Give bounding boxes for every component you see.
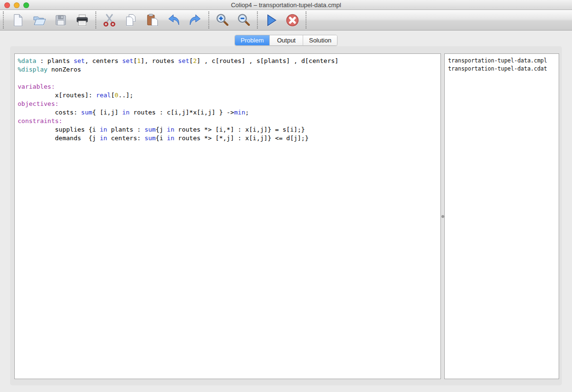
file-list: transportation-tupel-data.cmpltransporta… — [444, 53, 559, 379]
copy-icon — [123, 13, 138, 28]
close-window-button[interactable] — [4, 2, 10, 8]
undo-button[interactable] — [163, 10, 184, 30]
zoom-window-button[interactable] — [23, 2, 29, 8]
redo-button[interactable] — [184, 10, 206, 30]
zoom-out-button[interactable] — [233, 10, 255, 30]
tabs-row: ProblemOutputSolution — [0, 31, 572, 45]
run-button[interactable] — [260, 10, 282, 30]
paste-icon — [145, 13, 160, 28]
file-list-item[interactable]: transportation-tupel-data.cmpl — [448, 57, 555, 65]
code-line: variables: — [18, 83, 438, 91]
save-file-button[interactable] — [50, 10, 72, 30]
code-line: objectives: — [18, 100, 438, 108]
print-icon — [75, 13, 90, 28]
code-line: supplies {i in plants : sum{j in routes … — [18, 125, 438, 134]
code-line: %data : plants set, centers set[1], rout… — [18, 57, 438, 65]
new-file-button[interactable] — [7, 10, 29, 30]
toolbar-separator — [306, 11, 306, 29]
code-line: costs: sum{ [i,j] in routes : c[i,j]*x[i… — [18, 108, 438, 117]
splitter-handle[interactable] — [441, 53, 444, 379]
zoom-in-button[interactable] — [212, 10, 233, 30]
run-icon — [264, 13, 278, 28]
toolbar — [0, 10, 572, 31]
window-title: Coliop4 – transportation-tupel-data.cmpl — [231, 1, 341, 9]
code-line: demands {j in centers: sum{i in routes *… — [18, 134, 438, 143]
toolbar-buttons — [7, 10, 309, 30]
new-document-icon — [10, 13, 25, 28]
zoom-in-icon — [215, 13, 230, 28]
stop-icon — [285, 13, 300, 28]
panel-inner: %data : plants set, centers set[1], rout… — [14, 53, 559, 379]
open-folder-icon — [32, 13, 47, 28]
tab-bar: ProblemOutputSolution — [235, 35, 337, 46]
undo-icon — [166, 13, 181, 28]
code-line — [18, 74, 438, 83]
file-list-item[interactable]: transportation-tupel-data.cdat — [448, 65, 555, 73]
copy-button[interactable] — [120, 10, 142, 30]
code-line: constraints: — [18, 117, 438, 125]
tab-solution[interactable]: Solution — [303, 35, 337, 45]
tab-output[interactable]: Output — [269, 35, 303, 45]
main-panel: %data : plants set, centers set[1], rout… — [10, 46, 562, 385]
print-button[interactable] — [72, 10, 93, 30]
open-file-button[interactable] — [29, 10, 50, 30]
code-line: x[routes]: real[0..]; — [18, 91, 438, 100]
cut-button[interactable] — [99, 10, 120, 30]
cut-icon — [102, 13, 117, 28]
code-editor[interactable]: %data : plants set, centers set[1], rout… — [14, 53, 441, 379]
window-controls — [4, 0, 29, 10]
minimize-window-button[interactable] — [14, 2, 20, 8]
title-bar: Coliop4 – transportation-tupel-data.cmpl — [0, 0, 572, 10]
stop-button[interactable] — [282, 10, 303, 30]
toolbar-separator — [95, 11, 96, 29]
redo-icon — [188, 13, 203, 28]
zoom-out-icon — [236, 13, 251, 28]
toolbar-drag-handle[interactable] — [3, 11, 4, 29]
save-icon — [53, 13, 68, 28]
paste-button[interactable] — [142, 10, 163, 30]
tab-problem[interactable]: Problem — [235, 35, 269, 45]
code-line: %display nonZeros — [18, 65, 438, 74]
toolbar-separator — [257, 11, 258, 29]
toolbar-separator — [208, 11, 209, 29]
